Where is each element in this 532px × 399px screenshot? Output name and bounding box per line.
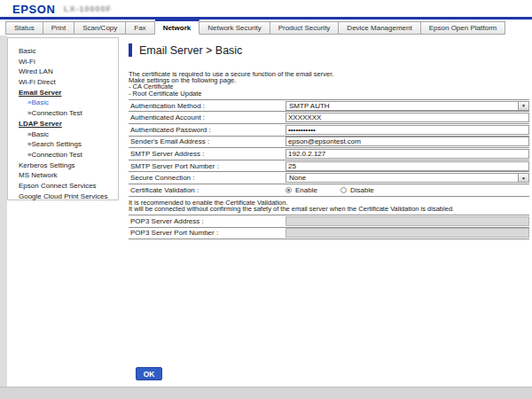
left-gutter [0, 35, 7, 387]
radio-selected-icon[interactable] [286, 187, 292, 193]
tab-fax[interactable]: Fax [126, 21, 154, 35]
form-row-pop3-server-address: POP3 Server Address : [129, 215, 529, 227]
certificate-validation-radios: Enable Disable [286, 186, 397, 194]
form-row-pop3-server-port: POP3 Server Port Number : [129, 227, 529, 239]
certificate-validation-note: It is recommended to enable the Certific… [129, 200, 529, 212]
printer-model-redacted: LX-10000F [64, 4, 112, 13]
tab-scan-copy[interactable]: Scan/Copy [74, 21, 126, 35]
certificate-validation-disable-option[interactable]: Disable [340, 186, 374, 194]
authentication-method-select[interactable]: SMTP AUTH ▼ [286, 101, 529, 111]
description-line: - Root Certificate Update [129, 90, 529, 97]
title-accent-bar [129, 43, 132, 57]
pop3-server-port-input [286, 228, 529, 238]
form-row-certificate-validation: Certificate Validation : Enable Disable [129, 184, 529, 196]
ok-button[interactable]: OK [136, 367, 162, 380]
field-label: SMTP Server Port Number : [129, 162, 286, 170]
sidebar-item-email-server-basic[interactable]: »Basic [19, 98, 118, 108]
sidebar-item-ms-network[interactable]: MS Network [19, 170, 118, 181]
sidebar-group-ldap-server[interactable]: LDAP Server [19, 119, 118, 129]
main-content: Email Server > Basic The certificate is … [129, 41, 529, 239]
description-line: Make settings on the following page. [129, 77, 529, 83]
pop3-server-address-input [286, 216, 529, 226]
sidebar-item-email-server-connection-test[interactable]: »Connection Test [19, 108, 118, 119]
email-server-form: Authentication Method : SMTP AUTH ▼ Auth… [129, 99, 529, 197]
form-row-authenticated-account: Authenticated Account : [129, 111, 529, 123]
tab-status[interactable]: Status [5, 21, 43, 35]
secure-connection-select[interactable]: None ▼ [286, 173, 529, 183]
field-label: Sender's Email Address : [129, 137, 286, 145]
page-description: The certificate is required to use a sec… [129, 71, 529, 97]
sidebar-item-basic[interactable]: Basic [19, 46, 118, 57]
chevron-down-icon[interactable]: ▼ [518, 102, 528, 110]
radio-label: Enable [295, 186, 317, 194]
sidebar-item-ldap-basic[interactable]: »Basic [19, 129, 118, 140]
authenticated-password-input[interactable] [286, 125, 529, 135]
tab-print[interactable]: Print [43, 21, 74, 35]
smtp-server-port-input[interactable] [286, 161, 529, 171]
radio-unselected-icon[interactable] [340, 187, 347, 193]
form-row-smtp-server-address: SMTP Server Address : [129, 147, 529, 160]
pop3-form: POP3 Server Address : POP3 Server Port N… [129, 215, 529, 239]
field-label: Authentication Method : [129, 102, 286, 110]
authenticated-account-input[interactable] [286, 113, 529, 122]
field-label: POP3 Server Port Number : [129, 229, 286, 237]
secure-connection-value: None [286, 174, 518, 182]
sidebar-item-wifi[interactable]: Wi-Fi [19, 57, 118, 67]
page-title: Email Server > Basic [139, 44, 242, 57]
smtp-server-address-input[interactable] [286, 149, 529, 159]
tab-device-management[interactable]: Device Management [339, 21, 420, 35]
field-label: POP3 Server Address : [129, 217, 286, 225]
authentication-method-value: SMTP AUTH [286, 102, 518, 110]
main-tab-bar: Status Print Scan/Copy Fax Network Netwo… [5, 20, 532, 35]
field-label: Certificate Validation : [129, 186, 286, 194]
tab-network[interactable]: Network [155, 20, 200, 35]
tab-network-security[interactable]: Network Security [200, 21, 270, 35]
tab-epson-open-platform[interactable]: Epson Open Platform [421, 21, 505, 35]
field-label: SMTP Server Address : [129, 150, 286, 158]
form-row-authentication-method: Authentication Method : SMTP AUTH ▼ [129, 99, 529, 112]
footer-bar [0, 387, 532, 399]
form-row-smtp-server-port: SMTP Server Port Number : [129, 160, 529, 172]
tab-product-security[interactable]: Product Security [270, 21, 340, 35]
sidebar-item-google-cloud-print-services[interactable]: Google Cloud Print Services [19, 192, 118, 202]
radio-label: Disable [350, 186, 374, 194]
sidebar-item-ldap-search-settings[interactable]: »Search Settings [19, 139, 118, 150]
chevron-down-icon[interactable]: ▼ [518, 174, 528, 182]
form-row-secure-connection: Secure Connection : None ▼ [129, 171, 529, 184]
sidebar-group-email-server[interactable]: Email Server [19, 88, 118, 98]
form-row-authenticated-password: Authenticated Password : [129, 123, 529, 136]
sidebar-item-wifi-direct[interactable]: Wi-Fi Direct [19, 77, 118, 88]
certificate-validation-enable-option[interactable]: Enable [286, 186, 317, 194]
field-label: Authenticated Account : [129, 113, 286, 121]
sidebar-nav: Basic Wi-Fi Wired LAN Wi-Fi Direct Email… [7, 37, 119, 200]
field-label: Secure Connection : [129, 174, 286, 182]
sidebar-item-epson-connect-services[interactable]: Epson Connect Services [19, 181, 118, 192]
sidebar-item-wired-lan[interactable]: Wired LAN [19, 66, 118, 77]
epson-logo: EPSON [12, 3, 56, 16]
field-label: Authenticated Password : [129, 126, 286, 134]
senders-email-address-input[interactable] [286, 137, 529, 146]
sidebar-item-kerberos-settings[interactable]: Kerberos Settings [19, 160, 118, 171]
note-line: It will be connected without confirming … [129, 206, 529, 212]
form-row-senders-email-address: Sender's Email Address : [129, 136, 529, 148]
top-header: EPSON LX-10000F [0, 0, 532, 17]
sidebar-item-ldap-connection-test[interactable]: »Connection Test [19, 150, 118, 160]
